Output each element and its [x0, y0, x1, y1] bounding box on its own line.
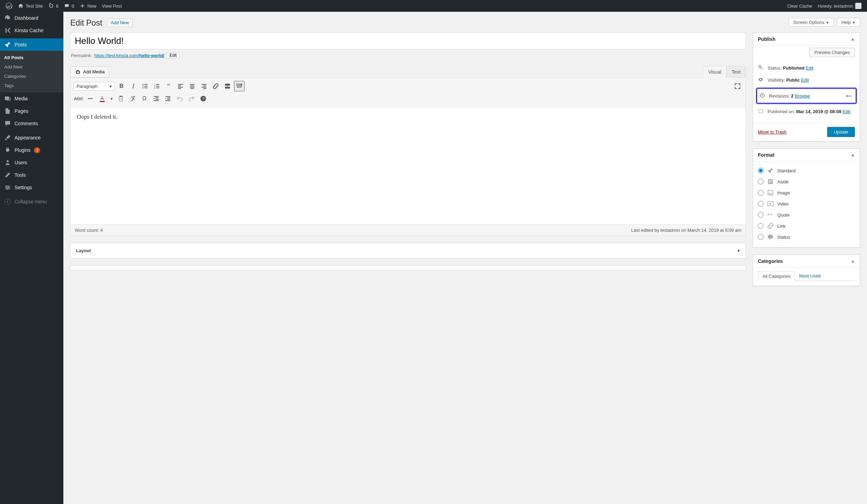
format-option-link[interactable]: Link	[758, 220, 855, 231]
format-radio[interactable]	[758, 168, 763, 173]
submenu-add-new[interactable]: Add New	[0, 62, 63, 72]
sidebar-item-tools[interactable]: Tools	[0, 169, 63, 181]
sidebar-item-media[interactable]: Media	[0, 92, 63, 105]
new-content[interactable]: New	[77, 0, 99, 12]
readmore-button[interactable]	[222, 81, 233, 91]
sidebar-item-settings[interactable]: Settings	[0, 181, 63, 194]
preview-button[interactable]: Preview Changes	[809, 48, 855, 57]
wp-logo[interactable]	[3, 0, 15, 12]
updates[interactable]: 6	[46, 0, 61, 12]
bullet-list-button[interactable]	[140, 81, 150, 91]
add-media-button[interactable]: Add Media	[70, 66, 109, 77]
status-row: Status: Published Edit	[758, 62, 855, 74]
blockquote-button[interactable]: “	[163, 81, 174, 91]
home-icon	[18, 3, 24, 9]
svg-rect-44	[241, 86, 242, 88]
format-radio[interactable]	[758, 201, 763, 207]
sidebar-item-kinsta[interactable]: Kinsta Cache	[0, 24, 63, 37]
post-title-input[interactable]	[70, 33, 746, 49]
svg-rect-36	[225, 87, 230, 89]
clear-cache[interactable]: Clear Cache	[784, 0, 815, 12]
sidebar-item-users[interactable]: Users	[0, 156, 63, 169]
format-option-standard[interactable]: Standard	[758, 165, 855, 176]
edit-status[interactable]: Edit	[806, 65, 813, 71]
italic-button[interactable]: I	[128, 81, 138, 91]
toggle-publish[interactable]: ▲	[851, 37, 855, 42]
strikethrough-button[interactable]: ABC	[73, 93, 84, 104]
submenu-tags[interactable]: Tags	[0, 81, 63, 90]
svg-rect-21	[156, 88, 159, 88]
move-to-trash[interactable]: Move to Trash	[758, 129, 786, 135]
format-option-quote[interactable]: Quote	[758, 209, 855, 220]
redo-button[interactable]	[186, 93, 197, 104]
toggle-categories[interactable]: ▲	[851, 259, 855, 264]
cat-tab-most-used[interactable]: Most Used	[795, 271, 825, 281]
help-button[interactable]: Help▼	[837, 18, 860, 27]
svg-rect-28	[190, 87, 195, 88]
tab-text[interactable]: Text	[726, 66, 746, 78]
toggle-format[interactable]: ▲	[851, 153, 855, 157]
view-post[interactable]: View Post	[99, 0, 125, 12]
align-right-button[interactable]	[199, 81, 209, 91]
categories-box: Categories ▲ All Categories Most Used	[753, 255, 860, 286]
tab-visual[interactable]: Visual	[703, 66, 726, 78]
submenu-categories[interactable]: Categories	[0, 72, 63, 81]
sidebar-item-dashboard[interactable]: Dashboard	[0, 12, 63, 24]
format-option-image[interactable]: Image	[758, 187, 855, 198]
format-radio[interactable]	[758, 223, 763, 229]
format-radio[interactable]	[758, 190, 763, 195]
collapse-menu[interactable]: Collapse menu	[0, 195, 63, 208]
link-button[interactable]	[211, 81, 221, 91]
permalink-edit-button[interactable]: Edit	[167, 52, 180, 58]
update-button[interactable]: Update	[827, 127, 855, 137]
format-label: Image	[777, 190, 790, 195]
format-radio[interactable]	[758, 212, 763, 218]
browse-revisions[interactable]: Browse	[795, 93, 810, 99]
format-radio[interactable]	[758, 179, 763, 184]
comments-bubble[interactable]: 0	[61, 0, 77, 12]
align-left-button[interactable]	[175, 81, 186, 91]
aside-icon	[767, 178, 774, 185]
sidebar-item-pages[interactable]: Pages	[0, 105, 63, 117]
indent-button[interactable]	[163, 93, 173, 104]
svg-rect-38	[237, 84, 238, 85]
kitchen-sink-button[interactable]	[234, 81, 244, 91]
updates-count: 6	[56, 3, 59, 9]
sidebar-item-comments[interactable]: Comments	[0, 117, 63, 130]
numbered-list-button[interactable]: 123	[152, 81, 162, 91]
bold-button[interactable]: B	[116, 81, 127, 91]
format-select[interactable]: Paragraph▾	[73, 82, 115, 91]
svg-rect-42	[238, 86, 239, 88]
format-option-status[interactable]: Status	[758, 231, 855, 242]
help-icon-button[interactable]: ?	[198, 93, 208, 104]
align-center-button[interactable]	[187, 81, 197, 91]
layout-metabox[interactable]: Layout ▾	[70, 243, 746, 258]
special-char-button[interactable]: Ω	[139, 93, 150, 104]
paste-text-button[interactable]: T	[116, 93, 126, 104]
fullscreen-button[interactable]	[732, 81, 743, 91]
content-editor[interactable]: Oops I deleted it.	[70, 107, 746, 225]
permalink-link[interactable]: https://test.kinsta.com/hello-world/	[94, 53, 164, 58]
text-color-arrow[interactable]: ▾	[109, 93, 114, 104]
format-radio[interactable]	[758, 234, 763, 240]
text-color-button[interactable]: A	[97, 93, 107, 104]
edit-visibility[interactable]: Edit	[801, 77, 809, 83]
format-option-aside[interactable]: Aside	[758, 176, 855, 187]
sidebar-item-posts[interactable]: Posts	[0, 38, 63, 51]
svg-rect-19	[156, 86, 159, 86]
last-edited: Last edited by testadmin on March 14, 20…	[631, 228, 741, 233]
hr-button[interactable]	[85, 93, 96, 104]
cat-tab-all[interactable]: All Categories	[758, 271, 795, 281]
undo-button[interactable]	[175, 93, 185, 104]
add-new-button[interactable]: Add New	[107, 18, 133, 27]
site-name[interactable]: Test Site	[15, 0, 46, 12]
screen-options-button[interactable]: Screen Options▼	[789, 18, 834, 27]
my-account[interactable]: Howdy, testadmin	[815, 0, 864, 12]
edit-date[interactable]: Edit	[843, 109, 850, 114]
sidebar-item-plugins[interactable]: Plugins 3	[0, 144, 63, 156]
sidebar-item-appearance[interactable]: Appearance	[0, 131, 63, 144]
clear-format-button[interactable]	[127, 93, 138, 104]
format-option-video[interactable]: Video	[758, 198, 855, 209]
outdent-button[interactable]	[151, 93, 161, 104]
submenu-all-posts[interactable]: All Posts	[0, 53, 63, 62]
